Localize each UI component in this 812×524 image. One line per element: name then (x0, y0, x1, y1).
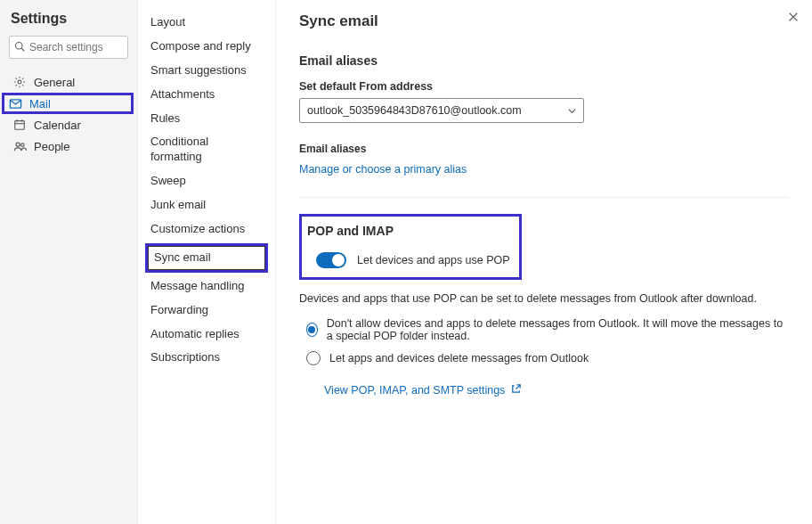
subnav-junk-email[interactable]: Junk email (138, 193, 275, 217)
subnav-message-handling[interactable]: Message handling (138, 274, 275, 299)
nav-calendar-label: Calendar (34, 119, 81, 132)
radio-icon (306, 323, 318, 337)
pop-imap-title: POP and IMAP (307, 224, 510, 238)
close-button[interactable] (784, 7, 803, 27)
calendar-icon (12, 118, 27, 132)
subnav-rules[interactable]: Rules (138, 107, 275, 131)
svg-point-8 (16, 143, 20, 146)
radio-allow-delete-label: Let apps and devices delete messages fro… (329, 352, 589, 364)
subnav-sync-email[interactable]: Sync email (148, 246, 265, 270)
nav-people[interactable]: People (9, 135, 128, 157)
view-pop-settings-link[interactable]: View POP, IMAP, and SMTP settings (324, 383, 522, 397)
from-address-select[interactable]: outlook_5035964843D87610@outlook.com (299, 98, 584, 123)
svg-point-9 (20, 143, 23, 145)
nav-mail-label: Mail (29, 97, 51, 111)
subnav-customize-actions[interactable]: Customize actions (138, 217, 275, 242)
external-link-icon (510, 383, 522, 397)
subnav-sweep[interactable]: Sweep (138, 169, 275, 193)
search-wrap (9, 36, 128, 59)
chevron-down-icon (567, 105, 577, 119)
pop-toggle-label: Let devices and apps use POP (357, 254, 510, 266)
subnav-attachments[interactable]: Attachments (138, 83, 275, 107)
settings-heading: Settings (9, 11, 128, 27)
nav-mail[interactable]: Mail (2, 93, 134, 114)
aliases-section-title: Email aliases (299, 53, 789, 68)
page-title: Sync email (299, 12, 789, 30)
people-icon (12, 139, 27, 153)
subnav-smart-suggestions[interactable]: Smart suggestions (138, 59, 275, 83)
subnav-subscriptions[interactable]: Subscriptions (138, 346, 275, 370)
subnav-forwarding[interactable]: Forwarding (138, 299, 275, 323)
nav-calendar[interactable]: Calendar (9, 114, 128, 135)
radio-allow-delete[interactable]: Let apps and devices delete messages fro… (306, 351, 789, 365)
search-input[interactable] (9, 36, 128, 59)
subnav-compose[interactable]: Compose and reply (138, 35, 275, 59)
subnav-automatic-replies[interactable]: Automatic replies (138, 323, 275, 347)
aliases-sub-label: Email aliases (299, 143, 789, 155)
nav-general-label: General (34, 76, 75, 89)
view-pop-settings-label: View POP, IMAP, and SMTP settings (324, 384, 505, 397)
from-address-value: outlook_5035964843D87610@outlook.com (307, 104, 522, 117)
section-divider (299, 197, 789, 198)
subnav-conditional-formatting[interactable]: Conditional formatting (138, 130, 275, 169)
gear-icon (12, 75, 27, 89)
pop-toggle[interactable] (316, 252, 346, 268)
pop-description: Devices and apps that use POP can be set… (299, 292, 789, 305)
svg-rect-4 (15, 121, 25, 130)
svg-line-12 (516, 385, 521, 389)
mail-icon (8, 96, 22, 111)
radio-dont-delete[interactable]: Don't allow devices and apps to delete m… (306, 317, 789, 342)
subnav-layout[interactable]: Layout (138, 11, 275, 35)
from-address-label: Set default From address (299, 80, 789, 93)
svg-point-0 (16, 43, 23, 50)
manage-alias-link[interactable]: Manage or choose a primary alias (299, 163, 467, 176)
radio-dont-delete-label: Don't allow devices and apps to delete m… (327, 317, 789, 342)
search-icon (14, 41, 25, 52)
nav-people-label: People (34, 140, 69, 153)
nav-general[interactable]: General (9, 71, 128, 93)
svg-point-2 (18, 80, 21, 84)
svg-line-1 (21, 48, 24, 51)
radio-icon (306, 351, 321, 365)
